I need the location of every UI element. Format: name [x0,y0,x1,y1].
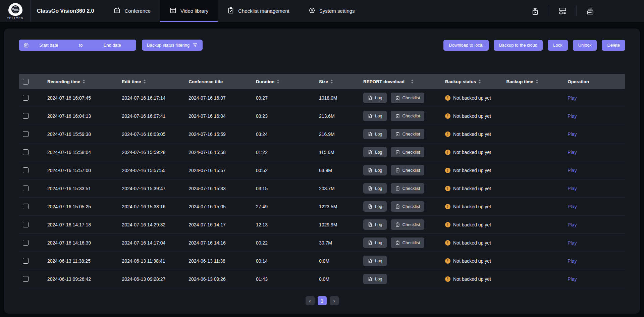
column-header-report_download[interactable]: REPORT download [363,79,445,84]
select-all-checkbox[interactable] [23,79,29,85]
checklist-button[interactable]: Checklist [391,237,425,248]
cell-select [19,95,47,101]
play-link[interactable]: Play [568,258,577,264]
unlock-button[interactable]: Unlock [573,40,597,51]
column-header-backup_status[interactable]: Backup status [445,79,506,84]
sort-icon[interactable] [330,80,333,84]
sort-icon[interactable] [83,80,85,84]
sort-icon[interactable] [277,80,279,84]
table-header-row: Recording timeEdit timeConference titleD… [19,74,625,89]
log-button[interactable]: Log [363,165,387,175]
screen-cast-icon[interactable] [522,6,549,15]
cell-edit-time: 2024-07-16 15:59:28 [122,150,189,155]
checklist-button[interactable]: Checklist [391,183,425,194]
column-header-duration[interactable]: Duration [256,79,319,84]
row-checkbox[interactable] [23,149,29,155]
page-number-button[interactable]: 1 [318,296,327,305]
edit-time: 2024-07-16 15:33:16 [122,204,165,209]
cell-conference-title: 2024-06-13 09:26 [189,276,256,282]
prev-page-button[interactable]: ‹ [306,296,315,305]
next-page-button[interactable]: › [330,296,339,305]
layout-icon[interactable] [549,6,576,15]
log-button[interactable]: Log [363,274,387,284]
backup-status-text: Not backed up yet [453,168,491,173]
tab-video-library[interactable]: Video library [160,0,218,22]
log-button[interactable]: Log [363,237,387,248]
log-button[interactable]: Log [363,147,387,157]
cell-backup-status: !Not backed up yet [445,240,506,246]
play-link[interactable]: Play [568,204,577,209]
recorder-icon[interactable] [577,6,604,15]
sort-icon[interactable] [536,80,538,84]
duration: 03:23 [256,113,268,119]
column-header-recording_time[interactable]: Recording time [47,79,122,84]
row-checkbox[interactable] [23,240,29,246]
play-link[interactable]: Play [568,168,577,173]
log-button[interactable]: Log [363,256,387,266]
row-checkbox[interactable] [23,222,29,227]
play-link[interactable]: Play [568,131,577,137]
play-link[interactable]: Play [568,222,577,227]
button-label: Log [375,240,382,245]
play-link[interactable]: Play [568,113,577,119]
cell-operation: Play [568,258,625,264]
checklist-button[interactable]: Checklist [391,201,425,212]
play-link[interactable]: Play [568,240,577,246]
conference-title: 2024-07-16 15:58 [189,150,226,155]
checklist-button[interactable]: Checklist [391,165,425,175]
date-range-picker[interactable]: Start date to End date [19,40,136,51]
sort-icon[interactable] [143,80,146,84]
row-checkbox[interactable] [23,113,29,119]
row-checkbox[interactable] [23,276,29,282]
tab-system-settings[interactable]: System settings [299,0,364,22]
cell-conference-title: 2024-07-16 14:17 [189,222,256,227]
log-button[interactable]: Log [363,183,387,194]
checklist-button[interactable]: Checklist [391,111,425,121]
play-link[interactable]: Play [568,150,577,155]
checklist-button[interactable]: Checklist [391,93,425,103]
backup-status-filter-button[interactable]: Backup status filtering [142,40,203,51]
play-link[interactable]: Play [568,95,577,101]
start-date-input[interactable]: Start date [39,43,58,48]
column-header-size[interactable]: Size [319,79,363,84]
play-link[interactable]: Play [568,186,577,191]
checklist-button[interactable]: Checklist [391,129,425,139]
lock-button[interactable]: Lock [548,40,568,51]
play-link[interactable]: Play [568,276,577,282]
row-checkbox[interactable] [23,186,29,191]
column-header-edit_time[interactable]: Edit time [122,79,189,84]
checklist-button[interactable]: Checklist [391,219,425,230]
backup-status-text: Not backed up yet [453,204,491,209]
column-header-backup_time[interactable]: Backup time [506,79,568,84]
cell-operation: Play [568,186,625,191]
download-to-local-button[interactable]: Download to local [443,40,489,51]
log-button[interactable]: Log [363,129,387,139]
row-checkbox[interactable] [23,167,29,173]
table-row: 2024-06-13 09:26:422024-06-13 09:28:2720… [19,270,625,288]
backup-status-text: Not backed up yet [453,150,491,155]
cell-conference-title: 2024-07-16 16:04 [189,113,256,119]
log-button[interactable]: Log [363,201,387,212]
row-checkbox[interactable] [23,204,29,209]
checklist-button[interactable]: Checklist [391,147,425,157]
row-checkbox[interactable] [23,258,29,264]
end-date-input[interactable]: End date [104,43,121,48]
delete-button[interactable]: Delete [602,40,625,51]
cell-report-download: LogChecklist [363,201,445,212]
sort-icon[interactable] [411,80,414,84]
tab-label: Checklist management [238,8,289,14]
tab-checklist-management[interactable]: Checklist management [218,0,299,22]
backup-to-cloud-button[interactable]: Backup to the cloud [494,40,543,51]
duration: 01:22 [256,150,268,155]
log-button[interactable]: Log [363,93,387,103]
tab-conference[interactable]: Conference [104,0,160,22]
cell-size: 30.7M [319,240,363,246]
log-button[interactable]: Log [363,219,387,230]
size: 63.9M [319,168,332,173]
log-button[interactable]: Log [363,111,387,121]
sort-icon[interactable] [478,80,481,84]
backup-status: !Not backed up yet [445,131,491,137]
column-label: REPORT download [363,79,405,84]
row-checkbox[interactable] [23,95,29,101]
row-checkbox[interactable] [23,131,29,137]
